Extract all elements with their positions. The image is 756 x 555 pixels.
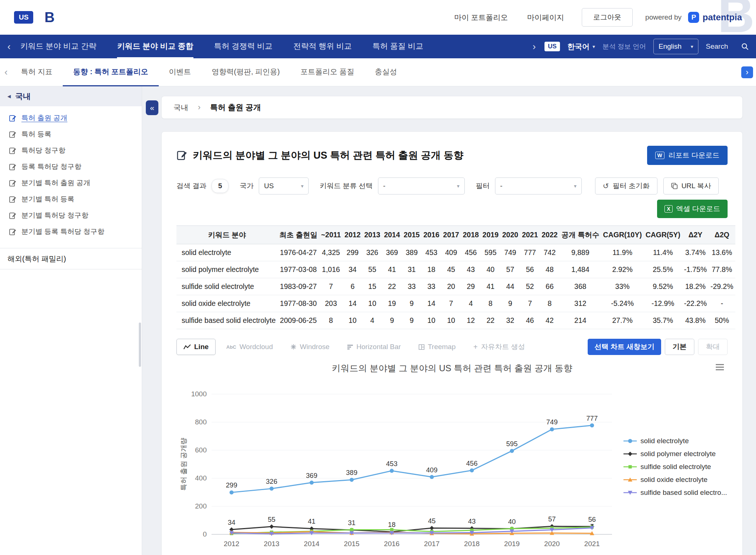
chart-menu-icon[interactable] xyxy=(715,363,725,373)
edit-document-icon xyxy=(9,196,17,203)
table-header: 2012 xyxy=(343,226,362,244)
patentpia-logo[interactable]: P patentpia xyxy=(688,12,742,23)
subnav-tab[interactable]: 충실성 xyxy=(365,58,408,86)
breadcrumb-root[interactable]: 국내 xyxy=(173,103,188,113)
subnav-scroll-left-icon[interactable]: ‹ xyxy=(1,66,11,78)
svg-text:0: 0 xyxy=(203,530,207,538)
sidebar-item[interactable]: 분기별 특허 출원 공개 xyxy=(0,175,142,191)
filter-select[interactable]: -▾ xyxy=(495,177,582,194)
subnav-tab[interactable]: 영향력(평판, 피인용) xyxy=(202,58,290,86)
chart-type-treemap-button[interactable]: Treemap xyxy=(412,339,463,355)
legend-item[interactable]: solid electrolyte xyxy=(623,437,728,445)
legend-item[interactable]: sulfide solid electrolyte xyxy=(623,463,728,471)
filter-row: 검색 결과 5 국가 US▾ 키워드 분류 선택 -▾ 필터 -▾ ↺ 필터 초… xyxy=(176,177,728,194)
table-cell: 18.2% xyxy=(682,278,709,295)
chart-type-line-button[interactable]: Line xyxy=(176,339,216,355)
table-cell: 1,016 xyxy=(319,261,343,278)
subnav-tab[interactable]: 이벤트 xyxy=(159,58,202,86)
sidebar-item-label: 분기별 등록 특허당 청구항 xyxy=(21,227,104,237)
sidebar-item[interactable]: 특허당 청구항 xyxy=(0,142,142,159)
chevron-down-icon: ▾ xyxy=(691,44,693,49)
search-icon[interactable] xyxy=(741,43,749,50)
chart-type-windrose-button[interactable]: Windrose xyxy=(284,339,336,355)
topbar-link[interactable]: 마이 포트폴리오 xyxy=(454,13,508,23)
svg-text:369: 369 xyxy=(306,472,317,479)
table-header: 2018 xyxy=(461,226,481,244)
chart-type-hbar-button[interactable]: Horizontal Bar xyxy=(340,339,408,355)
line-chart[interactable]: 0200400600800100020122013201420152016201… xyxy=(176,376,623,555)
table-cell: 20 xyxy=(441,278,461,295)
sidebar-item[interactable]: 분기별 특허 등록 xyxy=(0,191,142,207)
legend-item[interactable]: solid oxide electrolyte xyxy=(623,476,728,484)
mainnav-tab[interactable]: 키워드 분야 비교 종합 xyxy=(117,35,193,58)
open-chart-new-window-button[interactable]: 선택 차트 새창보기 xyxy=(588,339,661,355)
mainnav-tab[interactable]: 키워드 분야 비교 간략 xyxy=(20,35,97,58)
subnav-tab[interactable]: 포트폴리오 품질 xyxy=(290,58,365,86)
table-cell: 1977-08-30 xyxy=(278,295,319,312)
topbar-link[interactable]: 마이페이지 xyxy=(527,13,564,23)
sidebar-item[interactable]: 분기별 특허당 청구항 xyxy=(0,207,142,224)
table-cell: 33 xyxy=(422,278,441,295)
copy-url-button[interactable]: URL 복사 xyxy=(663,177,719,194)
mainnav-scroll-right-icon[interactable]: › xyxy=(530,42,538,51)
sidebar-item[interactable]: 분기별 등록 특허당 청구항 xyxy=(0,224,142,240)
chart-legend: solid electrolytesolid polymer electroly… xyxy=(623,437,728,497)
table-cell: 7 xyxy=(319,278,343,295)
subnav-tabs: 특허 지표동향 : 특허 포트폴리오이벤트영향력(평판, 피인용)포트폴리오 품… xyxy=(11,58,408,86)
chart-type-label: Windrose xyxy=(300,343,329,351)
chart-type-plus-button[interactable]: +자유차트 생성 xyxy=(466,339,532,355)
mainnav-scroll-left-icon[interactable]: ‹ xyxy=(5,42,13,51)
report-download-button[interactable]: W 리포트 다운로드 xyxy=(647,146,728,165)
chart-header: 키워드의 분야별 그 분야의 US 특허 관련 특허 출원 공개 동향 xyxy=(176,362,728,375)
mainnav-tab[interactable]: 전략적 행위 비교 xyxy=(293,35,352,58)
svg-text:600: 600 xyxy=(195,446,207,454)
result-count-label: 검색 결과 xyxy=(176,181,206,191)
analysis-language-dropdown[interactable]: English▾ xyxy=(653,39,698,54)
sidebar-item-label: 특허 출원 공개 xyxy=(21,113,68,123)
table-header: 2013 xyxy=(362,226,382,244)
search-input[interactable]: Search xyxy=(706,42,749,51)
table-header: CAGR(5Y) xyxy=(644,226,682,244)
sidebar-item[interactable]: 특허 출원 공개 xyxy=(0,110,142,126)
keyword-class-select[interactable]: -▾ xyxy=(378,177,465,194)
mainnav-tab[interactable]: 특허 품질 비교 xyxy=(372,35,423,58)
legend-item[interactable]: sulfide based solid electro... xyxy=(623,489,728,497)
sidebar-collapse-button[interactable]: « xyxy=(146,100,158,115)
sidebar-item-label: 특허 등록 xyxy=(21,130,51,139)
sidebar-scrollbar[interactable] xyxy=(139,323,141,367)
logout-button[interactable]: 로그아웃 xyxy=(582,8,633,27)
table-cell: 35.7% xyxy=(644,312,682,329)
svg-text:2021: 2021 xyxy=(584,540,600,548)
table-cell: 368 xyxy=(560,278,601,295)
legend-item[interactable]: solid polymer electrolyte xyxy=(623,450,728,458)
sidebar-section-overseas[interactable]: 해외(특허 패밀리) xyxy=(0,248,142,269)
mainnav-tab[interactable]: 특허 경쟁력 비교 xyxy=(214,35,273,58)
table-cell: 66 xyxy=(540,278,559,295)
table-header-row: 키워드 분야최초 출현일~201120122013201420152016201… xyxy=(176,226,735,244)
chart-area: 0200400600800100020122013201420152016201… xyxy=(176,376,728,555)
ui-language-dropdown[interactable]: 한국어▾ xyxy=(567,42,595,52)
filter-reset-button[interactable]: ↺ 필터 초기화 xyxy=(595,177,657,194)
subnav-tab[interactable]: 동향 : 특허 포트폴리오 xyxy=(63,58,158,86)
word-file-icon: W xyxy=(655,152,664,159)
chart-type-wordcloud-button[interactable]: AbCWordcloud xyxy=(219,339,280,355)
table-cell: 44 xyxy=(500,278,520,295)
excel-download-button[interactable]: X 엑셀 다운로드 xyxy=(657,200,728,218)
subnav-tab[interactable]: 특허 지표 xyxy=(11,58,63,86)
table-cell: 43 xyxy=(461,261,481,278)
sidebar: ◀ 국내 특허 출원 공개특허 등록특허당 청구항등록 특허당 청구항분기별 특… xyxy=(0,86,142,555)
svg-text:400: 400 xyxy=(195,474,207,482)
table-cell: 15 xyxy=(362,278,382,295)
chart-expand-button[interactable]: 확대 xyxy=(698,339,728,355)
sidebar-section-label: 국내 xyxy=(15,91,31,101)
filter-select-value: - xyxy=(500,182,502,190)
edit-document-icon xyxy=(9,163,17,171)
subnav-scroll-right-icon[interactable]: › xyxy=(741,66,753,78)
country-select[interactable]: US▾ xyxy=(259,177,309,194)
sidebar-item[interactable]: 등록 특허당 청구항 xyxy=(0,159,142,175)
chart-basic-button[interactable]: 기본 xyxy=(665,339,694,355)
sidebar-item[interactable]: 특허 등록 xyxy=(0,126,142,142)
sidebar-section-domestic[interactable]: ◀ 국내 xyxy=(0,86,142,106)
table-cell: 456 xyxy=(461,244,481,261)
app-logo[interactable]: B xyxy=(44,10,54,25)
